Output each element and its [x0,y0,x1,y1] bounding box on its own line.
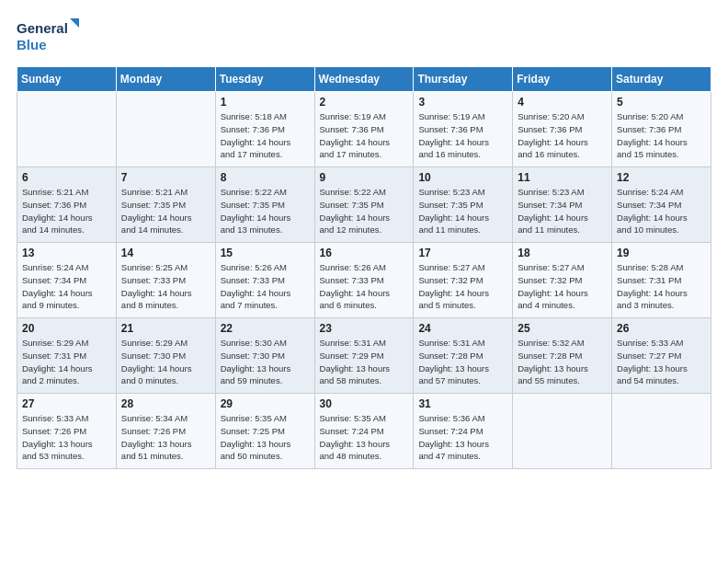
day-number: 24 [418,322,507,335]
day-cell [116,92,215,167]
svg-text:General: General [17,20,68,36]
day-number: 31 [418,397,507,410]
day-cell: 21Sunrise: 5:29 AM Sunset: 7:30 PM Dayli… [116,318,215,394]
day-info: Sunrise: 5:31 AM Sunset: 7:29 PM Dayligh… [320,337,409,387]
day-info: Sunrise: 5:23 AM Sunset: 7:35 PM Dayligh… [418,186,507,236]
day-cell: 11Sunrise: 5:23 AM Sunset: 7:34 PM Dayli… [513,167,612,243]
day-cell: 6Sunrise: 5:21 AM Sunset: 7:36 PM Daylig… [17,167,117,243]
day-info: Sunrise: 5:34 AM Sunset: 7:26 PM Dayligh… [121,412,210,463]
day-number: 25 [518,322,607,335]
day-number: 22 [221,322,310,335]
day-info: Sunrise: 5:35 AM Sunset: 7:25 PM Dayligh… [221,412,310,463]
day-cell: 7Sunrise: 5:21 AM Sunset: 7:35 PM Daylig… [116,167,215,243]
day-number: 30 [320,397,409,410]
day-number: 5 [617,96,706,109]
day-number: 8 [221,171,310,184]
day-info: Sunrise: 5:19 AM Sunset: 7:36 PM Dayligh… [418,110,507,161]
svg-text:Blue: Blue [17,37,47,52]
day-cell: 8Sunrise: 5:22 AM Sunset: 7:35 PM Daylig… [215,167,314,243]
weekday-header-thursday: Thursday [414,67,513,92]
day-cell: 22Sunrise: 5:30 AM Sunset: 7:30 PM Dayli… [215,318,314,394]
svg-marker-2 [70,18,79,28]
day-cell: 16Sunrise: 5:26 AM Sunset: 7:33 PM Dayli… [314,243,414,318]
day-number: 19 [617,247,706,259]
day-info: Sunrise: 5:31 AM Sunset: 7:28 PM Dayligh… [418,337,507,387]
day-info: Sunrise: 5:22 AM Sunset: 7:35 PM Dayligh… [221,186,310,236]
day-cell: 26Sunrise: 5:33 AM Sunset: 7:27 PM Dayli… [612,318,711,394]
day-cell: 24Sunrise: 5:31 AM Sunset: 7:28 PM Dayli… [414,318,513,394]
day-cell: 14Sunrise: 5:25 AM Sunset: 7:33 PM Dayli… [116,243,215,318]
day-info: Sunrise: 5:22 AM Sunset: 7:35 PM Dayligh… [320,186,409,236]
day-number: 6 [22,171,111,184]
day-number: 11 [518,171,607,184]
day-cell: 31Sunrise: 5:36 AM Sunset: 7:24 PM Dayli… [414,394,513,469]
calendar-table: SundayMondayTuesdayWednesdayThursdayFrid… [17,66,711,469]
day-cell: 17Sunrise: 5:27 AM Sunset: 7:32 PM Dayli… [414,243,513,318]
weekday-header-tuesday: Tuesday [215,67,314,92]
day-number: 20 [22,322,111,335]
day-number: 13 [22,247,111,259]
day-cell: 3Sunrise: 5:19 AM Sunset: 7:36 PM Daylig… [414,92,513,167]
day-number: 27 [22,397,111,410]
day-number: 14 [121,247,210,259]
day-info: Sunrise: 5:23 AM Sunset: 7:34 PM Dayligh… [518,186,607,236]
logo: General Blue [17,17,81,55]
day-info: Sunrise: 5:36 AM Sunset: 7:24 PM Dayligh… [418,412,507,463]
week-row-4: 20Sunrise: 5:29 AM Sunset: 7:31 PM Dayli… [17,318,711,394]
day-info: Sunrise: 5:28 AM Sunset: 7:31 PM Dayligh… [617,261,706,312]
day-cell: 19Sunrise: 5:28 AM Sunset: 7:31 PM Dayli… [612,243,711,318]
day-cell: 4Sunrise: 5:20 AM Sunset: 7:36 PM Daylig… [513,92,612,167]
day-info: Sunrise: 5:24 AM Sunset: 7:34 PM Dayligh… [22,261,111,312]
day-cell [612,394,711,469]
day-number: 3 [418,96,507,109]
day-number: 18 [518,247,607,259]
day-cell: 5Sunrise: 5:20 AM Sunset: 7:36 PM Daylig… [612,92,711,167]
day-cell: 29Sunrise: 5:35 AM Sunset: 7:25 PM Dayli… [215,394,314,469]
day-info: Sunrise: 5:26 AM Sunset: 7:33 PM Dayligh… [221,261,310,312]
day-number: 4 [518,96,607,109]
day-number: 29 [221,397,310,410]
week-row-5: 27Sunrise: 5:33 AM Sunset: 7:26 PM Dayli… [17,394,711,469]
day-info: Sunrise: 5:26 AM Sunset: 7:33 PM Dayligh… [320,261,409,312]
day-info: Sunrise: 5:21 AM Sunset: 7:36 PM Dayligh… [22,186,111,236]
day-info: Sunrise: 5:33 AM Sunset: 7:26 PM Dayligh… [22,412,111,463]
day-number: 2 [320,96,409,109]
day-cell: 27Sunrise: 5:33 AM Sunset: 7:26 PM Dayli… [17,394,117,469]
day-info: Sunrise: 5:21 AM Sunset: 7:35 PM Dayligh… [121,186,210,236]
logo-svg: General Blue [17,17,81,55]
weekday-header-wednesday: Wednesday [314,67,414,92]
day-number: 16 [320,247,409,259]
day-cell: 1Sunrise: 5:18 AM Sunset: 7:36 PM Daylig… [215,92,314,167]
day-cell: 30Sunrise: 5:35 AM Sunset: 7:24 PM Dayli… [314,394,414,469]
day-number: 21 [121,322,210,335]
day-number: 15 [221,247,310,259]
day-cell: 25Sunrise: 5:32 AM Sunset: 7:28 PM Dayli… [513,318,612,394]
day-info: Sunrise: 5:35 AM Sunset: 7:24 PM Dayligh… [320,412,409,463]
day-cell: 2Sunrise: 5:19 AM Sunset: 7:36 PM Daylig… [314,92,414,167]
day-info: Sunrise: 5:30 AM Sunset: 7:30 PM Dayligh… [221,337,310,387]
day-info: Sunrise: 5:24 AM Sunset: 7:34 PM Dayligh… [617,186,706,236]
week-row-2: 6Sunrise: 5:21 AM Sunset: 7:36 PM Daylig… [17,167,711,243]
day-number: 1 [221,96,310,109]
day-number: 7 [121,171,210,184]
day-cell: 13Sunrise: 5:24 AM Sunset: 7:34 PM Dayli… [17,243,117,318]
day-number: 17 [418,247,507,259]
day-number: 26 [617,322,706,335]
day-number: 12 [617,171,706,184]
header: General Blue [17,17,711,55]
day-info: Sunrise: 5:19 AM Sunset: 7:36 PM Dayligh… [320,110,409,161]
day-cell: 15Sunrise: 5:26 AM Sunset: 7:33 PM Dayli… [215,243,314,318]
day-info: Sunrise: 5:33 AM Sunset: 7:27 PM Dayligh… [617,337,706,387]
day-info: Sunrise: 5:27 AM Sunset: 7:32 PM Dayligh… [518,261,607,312]
day-number: 28 [121,397,210,410]
week-row-3: 13Sunrise: 5:24 AM Sunset: 7:34 PM Dayli… [17,243,711,318]
day-info: Sunrise: 5:29 AM Sunset: 7:30 PM Dayligh… [121,337,210,387]
day-info: Sunrise: 5:32 AM Sunset: 7:28 PM Dayligh… [518,337,607,387]
day-number: 23 [320,322,409,335]
day-cell: 28Sunrise: 5:34 AM Sunset: 7:26 PM Dayli… [116,394,215,469]
day-info: Sunrise: 5:20 AM Sunset: 7:36 PM Dayligh… [617,110,706,161]
day-cell: 10Sunrise: 5:23 AM Sunset: 7:35 PM Dayli… [414,167,513,243]
day-cell [17,92,117,167]
calendar-page: General Blue SundayMondayTuesdayWednesda… [0,0,728,563]
day-cell: 12Sunrise: 5:24 AM Sunset: 7:34 PM Dayli… [612,167,711,243]
